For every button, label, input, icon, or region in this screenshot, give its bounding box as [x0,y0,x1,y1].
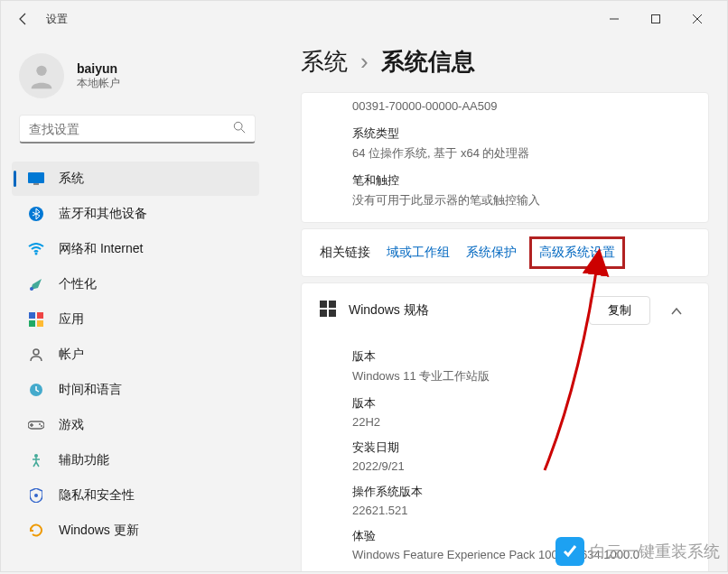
svg-rect-12 [29,320,35,327]
nav-accounts[interactable]: 帐户 [12,338,259,372]
update-icon [28,523,44,539]
nav-label: 辅助功能 [59,452,109,468]
nav-time[interactable]: 时间和语言 [12,373,259,407]
nav-label: 应用 [59,311,84,328]
chevron-up-icon[interactable] [663,302,690,319]
svg-point-14 [33,349,39,355]
nav-label: 个性化 [59,276,97,292]
svg-rect-13 [37,320,43,327]
nav-personalize[interactable]: 个性化 [12,267,259,301]
nav-update[interactable]: Windows 更新 [12,514,259,548]
nav-accessibility[interactable]: 辅助功能 [12,443,259,477]
user-name: baiyun [77,61,120,76]
breadcrumb-root[interactable]: 系统 [301,46,348,78]
link-protection[interactable]: 系统保护 [466,245,517,261]
main-area: baiyun 本地帐户 系统 蓝牙和其他设备 网络和 Internet 个性化 … [1,37,727,571]
svg-rect-11 [37,312,43,319]
chevron-right-icon: › [360,48,369,76]
spec-title: Windows 规格 [349,302,576,319]
minimize-button[interactable] [593,5,635,32]
svg-point-20 [34,494,38,497]
watermark-icon [555,537,584,566]
nav-label: 网络和 Internet [59,241,143,257]
pen-touch-label: 笔和触控 [352,172,690,189]
pen-touch-value: 没有可用于此显示器的笔或触控输入 [352,192,690,208]
svg-line-4 [241,129,245,133]
breadcrumb-current: 系统信息 [381,46,475,78]
install-label: 安装日期 [352,440,690,456]
nav-network[interactable]: 网络和 Internet [12,232,259,266]
maximize-button[interactable] [635,5,677,32]
nav-label: 帐户 [59,347,84,363]
settings-window: 设置 baiyun 本地帐户 系统 蓝牙和 [0,0,728,572]
svg-point-9 [30,287,33,291]
nav-list: 系统 蓝牙和其他设备 网络和 Internet 个性化 应用 帐户 时间和语言 … [6,162,265,548]
svg-rect-22 [329,301,336,308]
search-box[interactable] [19,115,256,144]
svg-rect-1 [652,15,660,23]
version-label: 版本 [352,395,690,412]
svg-rect-5 [28,172,44,183]
personalize-icon [28,276,44,292]
accessibility-icon [28,452,44,468]
svg-point-19 [34,454,38,458]
related-label: 相关链接 [320,245,370,261]
edition-label: 版本 [352,348,690,365]
nav-system[interactable]: 系统 [12,162,259,196]
network-icon [28,241,44,257]
window-controls [593,5,718,32]
svg-point-17 [39,423,41,425]
link-advanced-settings[interactable]: 高级系统设置 [529,236,625,269]
version-value: 22H2 [352,415,690,429]
edition-value: Windows 11 专业工作站版 [352,368,690,384]
avatar [19,53,64,98]
osbuild-label: 操作系统版本 [352,484,690,500]
nav-gaming[interactable]: 游戏 [12,408,259,442]
install-value: 2022/9/21 [352,459,690,473]
svg-point-2 [36,66,46,76]
sidebar: baiyun 本地帐户 系统 蓝牙和其他设备 网络和 Internet 个性化 … [1,37,274,571]
svg-point-8 [35,253,38,255]
watermark-text: 白云一键重装系统 [590,541,720,562]
apps-icon [28,311,44,328]
copy-button[interactable]: 复制 [589,296,650,325]
link-domain[interactable]: 域或工作组 [387,245,450,261]
nav-label: 隐私和安全性 [59,487,135,504]
windows-spec-card: Windows 规格 复制 版本 Windows 11 专业工作站版 版本 22… [301,282,709,571]
nav-label: Windows 更新 [59,523,139,539]
nav-bluetooth[interactable]: 蓝牙和其他设备 [12,197,259,231]
windows-icon [320,301,336,320]
spec-header[interactable]: Windows 规格 复制 [302,283,708,338]
osbuild-value: 22621.521 [352,504,690,517]
privacy-icon [28,487,44,504]
bluetooth-icon [28,206,44,222]
nav-label: 游戏 [59,417,84,433]
system-type-value: 64 位操作系统, 基于 x64 的处理器 [352,145,690,162]
user-area[interactable]: baiyun 本地帐户 [6,46,265,115]
system-icon [28,171,44,187]
svg-rect-10 [29,312,35,319]
svg-rect-23 [320,310,327,317]
accounts-icon [28,347,44,363]
nav-label: 时间和语言 [59,382,122,398]
svg-point-18 [41,425,42,427]
svg-point-3 [234,122,242,130]
svg-rect-24 [329,310,336,317]
product-id: 00391-70000-00000-AA509 [352,98,690,115]
title-bar: 设置 [1,1,727,37]
device-card: 00391-70000-00000-AA509 系统类型 64 位操作系统, 基… [301,92,709,223]
search-input[interactable] [29,122,233,136]
user-subtitle: 本地帐户 [77,76,120,91]
svg-rect-6 [33,183,39,185]
watermark: 白云一键重装系统 [555,537,720,566]
user-info: baiyun 本地帐户 [77,61,120,91]
nav-apps[interactable]: 应用 [12,302,259,337]
back-button[interactable] [10,5,37,32]
nav-privacy[interactable]: 隐私和安全性 [12,478,259,513]
close-button[interactable] [677,5,718,32]
search-icon [233,121,246,137]
content-area: 系统 › 系统信息 00391-70000-00000-AA509 系统类型 6… [274,37,727,571]
nav-label: 蓝牙和其他设备 [59,206,147,222]
nav-label: 系统 [59,171,84,187]
breadcrumb: 系统 › 系统信息 [301,46,709,78]
